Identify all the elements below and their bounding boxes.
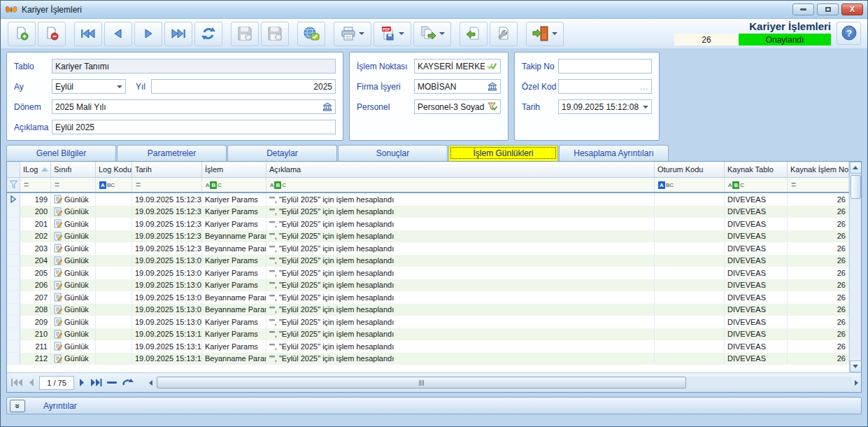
cell-kaynak_tablo[interactable]: DIVEVEAS [725, 316, 788, 328]
tab-1[interactable]: Genel Bilgiler [6, 145, 116, 161]
cell-kaynak_islem_no[interactable]: 26 [788, 255, 849, 267]
tab-4[interactable]: Sonuçlar [338, 145, 448, 161]
cell-kaynak_tablo[interactable]: DIVEVEAS [725, 353, 788, 365]
cell-aciklama[interactable]: "", "Eylül 2025" için işlem hesaplandı [266, 353, 655, 365]
cell-kaynak_tablo[interactable]: DIVEVEAS [725, 267, 788, 279]
cell-tarih[interactable]: 19.09.2025 15:13:07 [132, 279, 202, 292]
filter-cell-kaynak_islem_no[interactable]: = [788, 178, 849, 192]
row-selector-cell[interactable] [7, 255, 20, 267]
islem-noktasi-field[interactable] [414, 59, 501, 74]
cell-sinifi[interactable]: Günlük [51, 328, 96, 341]
cell-tarih[interactable]: 19.09.2025 15:13:07 [132, 267, 202, 279]
table-row[interactable]: 206Günlük19.09.2025 15:13:07Kariyer Para… [7, 279, 849, 292]
aciklama-input[interactable] [55, 122, 332, 132]
ay-dropdown-caret[interactable] [117, 85, 122, 88]
cell-log_kodu[interactable] [96, 218, 132, 230]
cell-sinifi[interactable]: Günlük [51, 304, 96, 316]
cell-log_kodu[interactable] [96, 230, 132, 243]
row-selector-cell[interactable] [7, 304, 20, 316]
cell-islem[interactable]: Kariyer Params [202, 279, 266, 292]
cell-kaynak_tablo[interactable]: DIVEVEAS [725, 206, 788, 218]
table-row[interactable]: 201Günlük19.09.2025 15:12:39Kariyer Para… [7, 218, 849, 230]
cell-oturum_kodu[interactable] [655, 279, 725, 292]
first-record-button[interactable] [74, 22, 102, 46]
cell-oturum_kodu[interactable] [655, 340, 725, 353]
cell-kaynak_islem_no[interactable]: 26 [788, 242, 849, 255]
cell-oturum_kodu[interactable] [655, 316, 725, 328]
cell-aciklama[interactable]: "", "Eylül 2025" için işlem hesaplandı [266, 316, 655, 328]
cell-aciklama[interactable]: "", "Eylül 2025" için işlem hesaplandı [266, 291, 655, 304]
cell-kaynak_tablo[interactable]: DIVEVEAS [725, 255, 788, 267]
cell-ilog[interactable]: 210 [20, 328, 51, 341]
cell-kaynak_tablo[interactable]: DIVEVEAS [725, 279, 788, 292]
aciklama-field[interactable] [52, 120, 336, 134]
filter-funnel-icon[interactable] [7, 178, 20, 192]
table-row[interactable]: 212Günlük19.09.2025 15:13:11Beyanname Pa… [7, 353, 849, 365]
table-row[interactable]: 210Günlük19.09.2025 15:13:11Kariyer Para… [7, 328, 849, 341]
cell-oturum_kodu[interactable] [655, 218, 725, 230]
cell-islem[interactable]: Kariyer Params [202, 206, 266, 218]
cell-aciklama[interactable]: "", "Eylül 2025" için işlem hesaplandı [266, 230, 655, 243]
last-record-button[interactable] [164, 22, 192, 46]
filter-cell-sinifi[interactable]: = [51, 178, 96, 192]
filter-check-icon[interactable] [488, 102, 497, 111]
firma-isyeri-field[interactable] [414, 79, 501, 94]
cell-sinifi[interactable]: Günlük [51, 316, 96, 328]
cell-log_kodu[interactable] [96, 193, 132, 206]
tab-3[interactable]: Detaylar [227, 145, 337, 161]
cell-kaynak_islem_no[interactable]: 26 [788, 328, 849, 341]
nav-refresh-button[interactable] [122, 378, 134, 388]
current-row-arrow-icon[interactable] [7, 193, 20, 206]
cell-aciklama[interactable]: "", "Eylül 2025" için işlem hesaplandı [266, 206, 655, 218]
close-button[interactable]: X [841, 4, 863, 15]
table-row[interactable]: 200Günlük19.09.2025 15:12:39Kariyer Para… [7, 206, 849, 218]
cell-kaynak_islem_no[interactable]: 26 [788, 218, 849, 230]
column-header-oturum_kodu[interactable]: Oturum Kodu [655, 162, 725, 177]
ozel-kod-input[interactable] [562, 82, 638, 92]
firma-isyeri-input[interactable] [418, 82, 485, 92]
row-selector-cell[interactable] [7, 340, 20, 353]
vertical-scrollbar[interactable] [849, 162, 861, 372]
filter-cell-ilog[interactable]: = [20, 178, 51, 192]
cell-tarih[interactable]: 19.09.2025 15:12:39 [132, 230, 202, 243]
row-selector-cell[interactable] [7, 206, 20, 218]
cell-tarih[interactable]: 19.09.2025 15:13:07 [132, 304, 202, 316]
cell-log_kodu[interactable] [96, 242, 132, 255]
print-dropdown-caret[interactable] [359, 32, 364, 35]
cell-aciklama[interactable]: "", "Eylül 2025" için işlem hesaplandı [266, 328, 655, 341]
table-row[interactable]: 211Günlük19.09.2025 15:13:11Kariyer Para… [7, 340, 849, 353]
delete-record-button[interactable] [38, 22, 66, 46]
cell-aciklama[interactable]: "", "Eylül 2025" için işlem hesaplandı [266, 242, 655, 255]
cell-log_kodu[interactable] [96, 328, 132, 341]
row-selector-cell[interactable] [7, 267, 20, 279]
cell-sinifi[interactable]: Günlük [51, 291, 96, 304]
cell-tarih[interactable]: 19.09.2025 15:12:39 [132, 218, 202, 230]
cell-ilog[interactable]: 199 [20, 193, 51, 206]
cell-aciklama[interactable]: "", "Eylül 2025" için işlem hesaplandı [266, 279, 655, 292]
cell-aciklama[interactable]: "", "Eylül 2025" için işlem hesaplandı [266, 267, 655, 279]
expand-details-button[interactable]: » [10, 400, 25, 412]
cell-log_kodu[interactable] [96, 206, 132, 218]
cell-kaynak_islem_no[interactable]: 26 [788, 267, 849, 279]
table-row[interactable]: 202Günlük19.09.2025 15:12:39Beyanname Pa… [7, 230, 849, 243]
cell-islem[interactable]: Kariyer Params [202, 267, 266, 279]
minimize-button[interactable] [792, 4, 814, 15]
cell-ilog[interactable]: 205 [20, 267, 51, 279]
cell-aciklama[interactable]: "", "Eylül 2025" için işlem hesaplandı [266, 304, 655, 316]
nav-delete-button[interactable] [106, 378, 118, 387]
cell-islem[interactable]: Kariyer Params [202, 193, 266, 206]
row-selector-cell[interactable] [7, 279, 20, 292]
cell-kaynak_islem_no[interactable]: 26 [788, 193, 849, 206]
takip-no-field[interactable] [558, 59, 652, 74]
service-tools-button[interactable] [490, 22, 518, 46]
personel-field[interactable] [414, 99, 501, 114]
hscroll-right-button[interactable] [855, 380, 858, 386]
cell-ilog[interactable]: 200 [20, 206, 51, 218]
cell-oturum_kodu[interactable] [655, 304, 725, 316]
cell-ilog[interactable]: 201 [20, 218, 51, 230]
ay-combobox[interactable] [52, 79, 126, 94]
cell-ilog[interactable]: 212 [20, 353, 51, 365]
tarih-input[interactable] [562, 102, 641, 112]
pdf-export-button[interactable]: PDF [373, 22, 411, 46]
cell-sinifi[interactable]: Günlük [51, 255, 96, 267]
